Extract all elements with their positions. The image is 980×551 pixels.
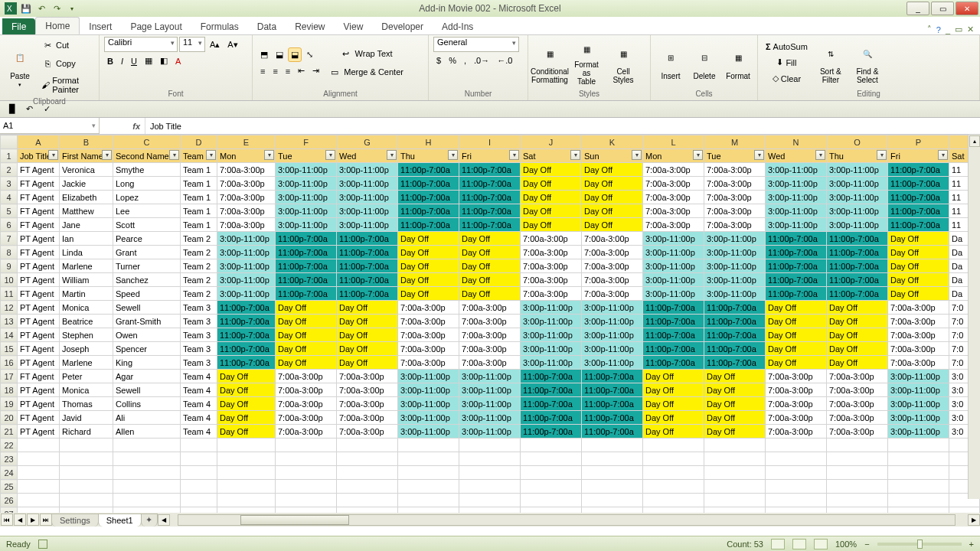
cell[interactable]: 7:00a-3:00p xyxy=(582,232,643,246)
cell[interactable]: King xyxy=(113,356,181,370)
italic-button[interactable]: I xyxy=(118,54,126,68)
cell[interactable]: 7:00a-3:00p xyxy=(276,397,337,411)
cell[interactable]: 11:00p-7:00a xyxy=(276,246,337,259)
cell[interactable]: PT Agent xyxy=(18,425,60,439)
cell[interactable]: 3:00p-11:00p xyxy=(217,287,276,301)
comma-button[interactable]: , xyxy=(461,54,469,67)
cell[interactable]: Joseph xyxy=(60,342,113,356)
cell[interactable]: Martin xyxy=(60,287,113,301)
cell[interactable]: 11:00p-7:00a xyxy=(704,315,766,328)
cell[interactable] xyxy=(827,466,888,480)
filter-icon[interactable]: ▾ xyxy=(815,150,825,160)
cell[interactable]: 11:00p-7:00a xyxy=(643,301,704,315)
cell[interactable] xyxy=(582,439,643,452)
cell[interactable] xyxy=(113,507,181,514)
cell[interactable]: 11:00p-7:00a xyxy=(459,177,521,191)
cell[interactable]: Day Off xyxy=(276,328,337,342)
header-cell[interactable]: Job Title▾ xyxy=(18,149,60,163)
cell[interactable]: PT Agent xyxy=(18,315,60,328)
cell[interactable]: Day Off xyxy=(643,370,704,383)
cell[interactable]: Marlene xyxy=(60,259,113,273)
col-header-G[interactable]: G xyxy=(337,135,398,149)
row-header-3[interactable]: 3 xyxy=(1,177,18,191)
cell[interactable]: Day Off xyxy=(704,397,766,411)
accounting-button[interactable]: $ xyxy=(433,54,444,67)
cell[interactable]: 7:00a-3:00p xyxy=(827,425,888,439)
cell[interactable]: FT Agent xyxy=(18,177,60,191)
cell[interactable]: 7:00a-3:00p xyxy=(521,246,582,259)
cell[interactable]: 3:00p-11:00p xyxy=(276,204,337,218)
cell[interactable]: Day Off xyxy=(766,315,827,328)
col-header-B[interactable]: B xyxy=(60,135,113,149)
col-header-L[interactable]: L xyxy=(643,135,704,149)
font-size-select[interactable]: 11 xyxy=(179,37,205,52)
underline-button[interactable]: U xyxy=(128,54,140,68)
header-cell[interactable]: Tue▾ xyxy=(276,149,337,163)
cell[interactable]: Team 4 xyxy=(181,397,217,411)
cell[interactable]: Lee xyxy=(113,204,181,218)
cell[interactable]: 3:00p-11:00p xyxy=(643,273,704,287)
cell[interactable]: 3:00p-11:00p xyxy=(337,163,398,177)
cell[interactable]: 7:00a-3:00p xyxy=(827,397,888,411)
header-cell[interactable]: Fri▾ xyxy=(888,149,949,163)
cell[interactable]: Owen xyxy=(113,328,181,342)
cell[interactable]: 11:00p-7:00a xyxy=(827,246,888,259)
cell[interactable]: Day Off xyxy=(521,163,582,177)
cell[interactable]: 11:00p-7:00a xyxy=(643,356,704,370)
cell[interactable]: 7:00a-3:00p xyxy=(766,397,827,411)
cell[interactable] xyxy=(181,466,217,480)
filter-icon[interactable]: ▾ xyxy=(206,150,216,160)
cell[interactable] xyxy=(766,480,827,494)
new-sheet-button[interactable]: ✦ xyxy=(141,514,158,527)
cell[interactable]: Team 1 xyxy=(181,218,217,232)
cell[interactable]: Smythe xyxy=(113,163,181,177)
cell[interactable]: 7:00a-3:00p xyxy=(276,425,337,439)
cell[interactable]: 7:00a-3:00p xyxy=(888,356,949,370)
cell[interactable]: 7:00a-3:00p xyxy=(888,342,949,356)
save-icon[interactable]: 💾 xyxy=(20,2,32,15)
cell[interactable]: 3:00p-11:00p xyxy=(827,163,888,177)
filter-icon[interactable]: ▾ xyxy=(264,150,274,160)
cell[interactable]: 7:00a-3:00p xyxy=(766,411,827,425)
cell[interactable]: 11:00p-7:00a xyxy=(398,177,459,191)
zoom-in-button[interactable]: + xyxy=(969,540,974,549)
cell[interactable]: 11:00p-7:00a xyxy=(704,301,766,315)
cell[interactable] xyxy=(398,439,459,452)
cell[interactable] xyxy=(521,466,582,480)
sort-filter-button[interactable]: ⇅Sort & Filter xyxy=(814,37,848,88)
cell[interactable]: Day Off xyxy=(766,342,827,356)
cell[interactable]: 3:00p-11:00p xyxy=(704,273,766,287)
cell[interactable] xyxy=(398,452,459,466)
copy-button[interactable]: ⎘Copy xyxy=(38,55,79,72)
cell[interactable] xyxy=(766,494,827,507)
autosum-button[interactable]: Σ AutoSum xyxy=(763,40,811,54)
row-header-12[interactable]: 12 xyxy=(1,301,18,315)
cell[interactable]: 7:00a-3:00p xyxy=(217,163,276,177)
cell[interactable] xyxy=(217,439,276,452)
cell[interactable]: 11:00p-7:00a xyxy=(888,218,949,232)
cell[interactable]: 7:00a-3:00p xyxy=(827,383,888,397)
cell[interactable]: 7:00a-3:00p xyxy=(337,397,398,411)
row-header-24[interactable]: 24 xyxy=(1,466,18,480)
cell[interactable]: 11:00p-7:00a xyxy=(398,204,459,218)
orientation-button[interactable]: ⤡ xyxy=(303,47,316,62)
cell[interactable]: 3:00p-11:00p xyxy=(704,287,766,301)
cell[interactable] xyxy=(643,507,704,514)
row-header-7[interactable]: 7 xyxy=(1,232,18,246)
cell[interactable]: Day Off xyxy=(582,177,643,191)
header-cell[interactable]: Wed▾ xyxy=(337,149,398,163)
cell[interactable]: 7:00a-3:00p xyxy=(704,218,766,232)
cell[interactable]: 11:00p-7:00a xyxy=(766,273,827,287)
cell[interactable]: 11:00p-7:00a xyxy=(827,259,888,273)
cell[interactable]: 11:00p-7:00a xyxy=(704,342,766,356)
row-header-18[interactable]: 18 xyxy=(1,383,18,397)
cell[interactable]: Team 4 xyxy=(181,383,217,397)
cell[interactable]: Day Off xyxy=(766,356,827,370)
cell[interactable]: Day Off xyxy=(276,356,337,370)
cell[interactable]: FT Agent xyxy=(18,370,60,383)
cell[interactable] xyxy=(766,507,827,514)
cell[interactable]: 7:00a-3:00p xyxy=(704,204,766,218)
cell[interactable]: 7:00a-3:00p xyxy=(766,383,827,397)
cell[interactable]: Linda xyxy=(60,246,113,259)
align-top-button[interactable]: ⬒ xyxy=(257,47,271,62)
